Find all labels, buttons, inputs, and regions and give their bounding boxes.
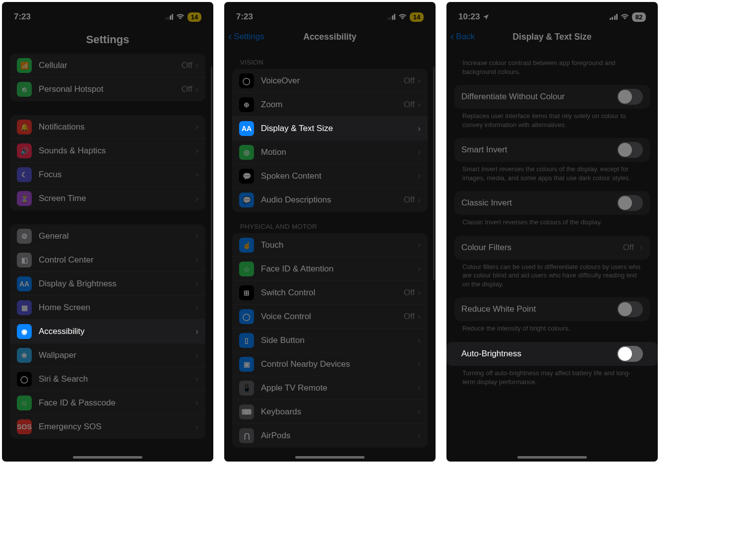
- focus-icon: ☾: [17, 167, 32, 182]
- toggle-row-smart-invert[interactable]: Smart Invert: [454, 138, 650, 162]
- navbar: ‹ Back Display & Text Size: [446, 26, 658, 48]
- settings-row-side-button[interactable]: ▯Side Button›: [232, 329, 428, 352]
- toggle-row-auto-brightness[interactable]: Auto-Brightness: [446, 342, 658, 366]
- chevron-right-icon: ›: [195, 169, 198, 180]
- row-label: Apple TV Remote: [261, 383, 418, 393]
- back-button[interactable]: ‹ Settings: [228, 31, 264, 42]
- chevron-right-icon: ›: [418, 99, 421, 110]
- general-icon: ⚙: [17, 229, 32, 244]
- section-header: VISION: [232, 48, 428, 69]
- settings-row-sounds-haptics[interactable]: 🔊Sounds & Haptics›: [10, 139, 205, 163]
- row-value: Off: [404, 100, 415, 110]
- settings-row-wallpaper[interactable]: ❀Wallpaper›: [10, 343, 205, 367]
- settings-screen: 7:23 14 Settings 📶CellularOff›⎋Personal …: [2, 2, 213, 462]
- chevron-right-icon: ›: [418, 195, 421, 205]
- chevron-right-icon: ›: [195, 231, 198, 241]
- chevron-right-icon: ›: [418, 147, 421, 157]
- row-label: AirPods: [261, 431, 418, 441]
- chevron-right-icon: ›: [418, 240, 421, 250]
- chevron-right-icon: ›: [418, 406, 421, 417]
- settings-row-voice-control[interactable]: ◯Voice ControlOff›: [232, 305, 428, 329]
- row-label: Zoom: [261, 100, 404, 110]
- back-button[interactable]: ‹ Back: [450, 31, 475, 42]
- home-indicator[interactable]: [73, 456, 142, 459]
- row-label: Voice Control: [261, 312, 404, 322]
- chevron-right-icon: ›: [195, 350, 198, 360]
- wifi-icon: [398, 14, 407, 20]
- settings-row-audio-descriptions[interactable]: 💬Audio DescriptionsOff›: [232, 188, 428, 212]
- settings-row-apple-tv-remote[interactable]: 📱Apple TV Remote›: [232, 376, 428, 400]
- chevron-right-icon: ›: [418, 171, 421, 181]
- settings-row-voiceover[interactable]: ◯VoiceOverOff›: [232, 69, 428, 93]
- settings-row-face-id-attention[interactable]: ☺Face ID & Attention›: [232, 257, 428, 281]
- display-textsize-list[interactable]: Increase colour contrast between app for…: [446, 48, 658, 462]
- home-indicator[interactable]: [517, 456, 587, 459]
- chevron-right-icon: ›: [195, 302, 198, 313]
- toggle-row-differentiate-without-colour[interactable]: Differentiate Without Colour: [454, 85, 650, 109]
- chevron-right-icon: ›: [195, 278, 198, 289]
- settings-row-touch[interactable]: ☝Touch›: [232, 233, 428, 257]
- screentime-icon: ⏳: [17, 191, 32, 206]
- toggle-switch[interactable]: [617, 346, 643, 362]
- settings-row-airpods[interactable]: ⋂AirPods›: [232, 424, 428, 448]
- signal-icon: [610, 14, 618, 20]
- settings-row-general[interactable]: ⚙General›: [10, 224, 205, 248]
- settings-row-display-brightness[interactable]: AADisplay & Brightness›: [10, 272, 205, 296]
- settings-list[interactable]: 📶CellularOff›⎋Personal HotspotOff›🔔Notif…: [2, 54, 213, 462]
- settings-row-control-nearby-devices[interactable]: ▣Control Nearby Devices›: [232, 352, 428, 376]
- row-label: Sounds & Haptics: [39, 146, 195, 156]
- row-label: Auto-Brightness: [461, 349, 521, 359]
- row-label: Colour Filters: [461, 243, 511, 253]
- settings-row-emergency-sos[interactable]: SOSEmergency SOS›: [10, 415, 205, 439]
- voicectrl-icon: ◯: [239, 309, 254, 324]
- settings-row-face-id-passcode[interactable]: ☺Face ID & Passcode›: [10, 391, 205, 415]
- controlcenter-icon: ◧: [17, 253, 32, 268]
- row-label: Touch: [261, 240, 418, 250]
- footer-text: Reduce the intensity of bright colours.: [454, 321, 650, 342]
- row-label: Classic Invert: [461, 198, 512, 208]
- settings-row-personal-hotspot[interactable]: ⎋Personal HotspotOff›: [10, 77, 205, 101]
- settings-row-cellular[interactable]: 📶CellularOff›: [10, 54, 205, 77]
- row-label: Notifications: [39, 122, 195, 132]
- toggle-row-classic-invert[interactable]: Classic Invert: [454, 191, 650, 215]
- settings-row-home-screen[interactable]: ▦Home Screen›: [10, 296, 205, 320]
- settings-row-switch-control[interactable]: ⊞Switch ControlOff›: [232, 281, 428, 305]
- settings-row-keyboards[interactable]: ⌨Keyboards›: [232, 400, 428, 424]
- settings-row-screen-time[interactable]: ⏳Screen Time›: [10, 187, 205, 210]
- battery-indicator: 82: [632, 12, 646, 22]
- toggle-switch[interactable]: [617, 301, 643, 317]
- settings-group: 📶CellularOff›⎋Personal HotspotOff›: [10, 54, 205, 101]
- settings-row-focus[interactable]: ☾Focus›: [10, 163, 205, 187]
- row-label: Differentiate Without Colour: [461, 92, 565, 102]
- accessibility-list[interactable]: VISION◯VoiceOverOff›⊕ZoomOff›AADisplay &…: [224, 48, 436, 462]
- toggle-switch[interactable]: [617, 195, 643, 211]
- siri-icon: ◯: [17, 372, 32, 387]
- settings-row-spoken-content[interactable]: 💬Spoken Content›: [232, 164, 428, 188]
- row-label: Spoken Content: [261, 171, 418, 181]
- settings-row-control-center[interactable]: ◧Control Center›: [10, 248, 205, 272]
- row-value: Off: [404, 312, 415, 322]
- settings-row-accessibility[interactable]: ◉Accessibility›: [10, 320, 205, 343]
- chevron-right-icon: ›: [195, 122, 198, 132]
- navbar: ‹ Settings Accessibility: [224, 26, 436, 48]
- row-label: Personal Hotspot: [39, 84, 182, 94]
- row-label: Wallpaper: [39, 350, 195, 360]
- back-label: Settings: [234, 32, 264, 42]
- settings-row-siri-search[interactable]: ◯Siri & Search›: [10, 367, 205, 391]
- home-indicator[interactable]: [295, 456, 365, 459]
- settings-row-motion[interactable]: ◎Motion›: [232, 140, 428, 164]
- row-label: Side Button: [261, 335, 418, 345]
- toggle-row-reduce-white-point[interactable]: Reduce White Point: [454, 297, 650, 321]
- settings-row-display-text-size[interactable]: AADisplay & Text Size›: [232, 117, 428, 140]
- toggle-switch[interactable]: [617, 89, 643, 105]
- settings-group: ⚙General›◧Control Center›AADisplay & Bri…: [10, 224, 205, 439]
- sos-icon: SOS: [17, 419, 32, 434]
- toggle-switch[interactable]: [617, 142, 643, 158]
- nav-row-colour-filters[interactable]: Colour FiltersOff›: [454, 236, 650, 260]
- row-label: Motion: [261, 147, 418, 157]
- settings-row-notifications[interactable]: 🔔Notifications›: [10, 115, 205, 139]
- row-label: General: [39, 231, 195, 241]
- chevron-right-icon: ›: [418, 335, 421, 345]
- settings-row-zoom[interactable]: ⊕ZoomOff›: [232, 93, 428, 117]
- chevron-right-icon: ›: [418, 287, 421, 298]
